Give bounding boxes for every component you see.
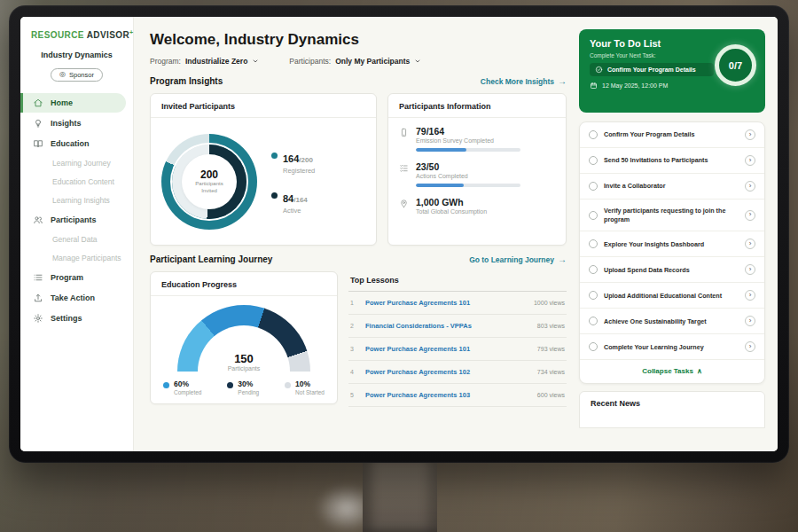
gauge-center-value: 150 — [177, 352, 310, 365]
people-icon — [33, 215, 43, 225]
todo-next-task[interactable]: Confirm Your Program Details — [590, 63, 714, 76]
lesson-link[interactable]: Power Purchase Agreements 102 — [365, 368, 470, 376]
sidebar-item-home[interactable]: Home — [20, 93, 126, 113]
task-item[interactable]: Verify participants requesting to join t… — [580, 200, 764, 231]
lesson-link[interactable]: Power Purchase Agreements 101 — [365, 345, 470, 353]
chevron-right-icon[interactable]: › — [745, 316, 755, 326]
card-title: Invited Participants — [151, 94, 376, 118]
lesson-rank: 1 — [350, 300, 358, 306]
task-item[interactable]: Explore Your Insights Dashboard › — [580, 231, 764, 257]
participants-filter-dropdown[interactable]: Participants: Only My Participants — [289, 57, 421, 66]
chevron-right-icon[interactable]: › — [745, 341, 755, 352]
sidebar-item-general-data[interactable]: General Data — [20, 231, 133, 248]
lesson-link[interactable]: Power Purchase Agreements 101 — [365, 299, 470, 307]
checkbox-icon[interactable] — [589, 211, 598, 220]
sidebar: RESOURCE ADVISOR+ Industry Dynamics ◎ Sp… — [20, 17, 134, 451]
task-item[interactable]: Achieve One Sustainability Target › — [580, 309, 764, 334]
chevron-right-icon[interactable]: › — [745, 239, 755, 249]
stat-label: Total Global Consumption — [416, 208, 487, 215]
lesson-link[interactable]: Financial Considerations - VPPAs — [365, 322, 472, 330]
chevron-down-icon — [252, 58, 259, 65]
lesson-link[interactable]: Power Purchase Agreements 103 — [365, 391, 470, 399]
go-to-learning-journey-link[interactable]: Go to Learning Journey → — [469, 254, 567, 264]
sponsor-badge[interactable]: ◎ Sponsor — [51, 68, 103, 82]
todo-progress-ring: 0/7 — [715, 44, 756, 86]
app-logo: RESOURCE ADVISOR+ — [20, 27, 133, 40]
learning-journey-header: Participant Learning Journey Go to Learn… — [150, 254, 567, 264]
checkbox-icon[interactable] — [589, 239, 598, 248]
gauge-center: 150 Participants — [177, 352, 310, 372]
progress-bar — [416, 184, 520, 187]
progress-bar — [416, 148, 520, 152]
checkbox-icon[interactable] — [589, 317, 598, 325]
location-pin-icon — [399, 199, 409, 208]
chevron-right-icon[interactable]: › — [745, 181, 755, 192]
program-filter-dropdown[interactable]: Program: Industrialize Zero — [150, 57, 259, 66]
sidebar-item-manage-participants[interactable]: Manage Participants — [20, 249, 133, 267]
task-label: Verify participants requesting to join t… — [604, 207, 732, 223]
sidebar-item-settings[interactable]: Settings — [20, 309, 133, 328]
checkbox-icon[interactable] — [589, 130, 598, 139]
sidebar-item-label: Education — [51, 139, 90, 148]
lesson-views: 1000 views — [534, 300, 565, 306]
progress-fill — [416, 184, 464, 187]
section-title: Program Insights — [150, 76, 223, 86]
lesson-rank: 4 — [350, 369, 358, 375]
logo-advisor: ADVISOR — [87, 30, 129, 40]
collapse-label: Collapse Tasks — [642, 367, 693, 375]
checkbox-icon[interactable] — [589, 156, 598, 165]
lesson-row: 4 Power Purchase Agreements 102 734 view… — [348, 361, 567, 384]
checkbox-icon[interactable] — [589, 291, 598, 300]
book-icon — [33, 138, 43, 149]
sidebar-item-participants[interactable]: Participants — [20, 210, 133, 230]
checkbox-icon[interactable] — [589, 265, 598, 274]
task-item[interactable]: Confirm Your Program Details › — [580, 122, 764, 148]
sidebar-item-learning-insights[interactable]: Learning Insights — [20, 192, 133, 209]
todo-next-task-label: Confirm Your Program Details — [607, 66, 696, 73]
participants-info-card: Participants Information 79/164 Emission… — [387, 93, 567, 246]
task-item[interactable]: Invite a Collaborator › — [580, 174, 764, 200]
legend-value: 10% — [295, 379, 325, 388]
todo-panel: Your To Do List Complete Your Next Task:… — [577, 17, 778, 451]
check-more-insights-link[interactable]: Check More Insights → — [481, 76, 567, 86]
task-label: Complete Your Learning Journey — [604, 343, 732, 352]
task-item[interactable]: Upload Additional Educational Content › — [580, 283, 764, 309]
progress-fill — [416, 148, 466, 152]
sponsor-icon: ◎ — [59, 71, 66, 78]
stat-actions-completed: 23/50 Actions Completed — [399, 161, 555, 187]
chevron-right-icon[interactable]: › — [745, 264, 755, 275]
chevron-right-icon[interactable]: › — [745, 290, 755, 301]
lightbulb-icon — [33, 118, 43, 129]
page-title: Welcome, Industry Dynamics — [150, 31, 567, 49]
sidebar-item-program[interactable]: Program — [20, 268, 133, 287]
invited-participants-card: Invited Participants 200 Participants In… — [150, 93, 377, 246]
chevron-right-icon[interactable]: › — [745, 155, 755, 166]
sidebar-item-label: Learning Insights — [52, 196, 110, 205]
link-label: Go to Learning Journey — [469, 255, 554, 264]
sidebar-item-take-action[interactable]: Take Action — [20, 288, 133, 308]
task-item[interactable]: Send 50 Invitations to Participants › — [580, 148, 764, 174]
chevron-right-icon[interactable]: › — [745, 210, 755, 221]
sidebar-item-label: Take Action — [51, 293, 95, 302]
task-label: Upload Spend Data Records — [604, 266, 732, 275]
sidebar-item-learning-journey[interactable]: Learning Journey — [20, 154, 133, 172]
stat-emission-survey: 79/164 Emission Survey Completed — [399, 126, 555, 152]
home-icon — [33, 98, 43, 108]
sidebar-item-label: Settings — [51, 314, 82, 323]
collapse-tasks-button[interactable]: Collapse Tasks ∧ — [580, 360, 764, 383]
participants-filter-value: Only My Participants — [335, 57, 410, 66]
sidebar-item-label: Education Content — [52, 177, 114, 186]
task-label: Confirm Your Program Details — [604, 130, 732, 139]
sponsor-label: Sponsor — [69, 71, 94, 79]
sidebar-item-education[interactable]: Education — [20, 134, 133, 153]
sidebar-item-education-content[interactable]: Education Content — [20, 173, 133, 191]
sidebar-item-label: Home — [51, 98, 73, 107]
sidebar-item-insights[interactable]: Insights — [20, 113, 133, 133]
task-label: Send 50 Invitations to Participants — [604, 156, 732, 165]
checkbox-icon[interactable] — [589, 182, 598, 191]
task-item[interactable]: Upload Spend Data Records › — [580, 257, 764, 283]
task-item[interactable]: Complete Your Learning Journey › — [580, 334, 764, 360]
sidebar-item-label: Insights — [51, 119, 82, 128]
chevron-right-icon[interactable]: › — [745, 129, 755, 140]
checkbox-icon[interactable] — [589, 342, 598, 351]
